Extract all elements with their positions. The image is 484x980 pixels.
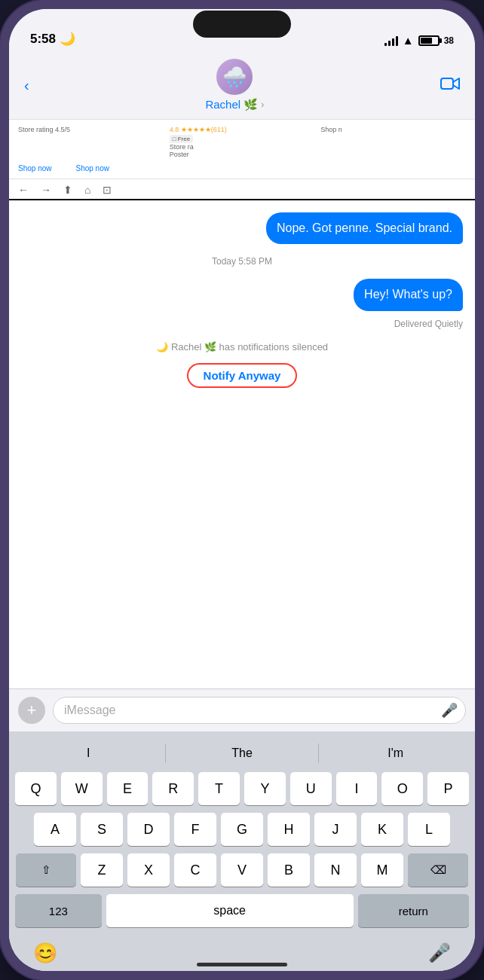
- key-w[interactable]: W: [61, 772, 103, 805]
- key-x[interactable]: X: [127, 853, 170, 887]
- mic-icon-input[interactable]: 🎤: [441, 702, 458, 719]
- keyboard-bottom-row: 123 space return: [12, 887, 472, 935]
- keyboard-rows: Q W E R T Y U I O P A S D F G: [12, 769, 472, 887]
- key-v[interactable]: V: [221, 853, 263, 887]
- status-icons: ▲ 38: [384, 34, 454, 47]
- key-s[interactable]: S: [81, 813, 123, 846]
- numbers-key[interactable]: 123: [15, 894, 102, 927]
- nav-forward-icon[interactable]: →: [41, 184, 51, 196]
- product-rating: 4.8 ★★★★★(611): [170, 126, 315, 133]
- timestamp-1: Today 5:58 PM: [21, 256, 463, 267]
- key-b[interactable]: B: [268, 853, 310, 887]
- key-j[interactable]: J: [314, 813, 357, 846]
- return-key[interactable]: return: [358, 894, 470, 927]
- web-card-2: 4.8 ★★★★★(611) □ Free Store ra Poster: [170, 126, 315, 158]
- notification-silenced-row: 🌙 Rachel 🌿 has notifications silenced: [21, 341, 463, 353]
- message-input-area: + iMessage 🎤: [9, 688, 475, 731]
- nav-header: ‹ 🌧️ Rachel 🌿 ›: [9, 53, 475, 120]
- key-l[interactable]: L: [408, 813, 450, 846]
- key-d[interactable]: D: [127, 813, 170, 846]
- moon-icon: 🌙: [60, 31, 75, 47]
- battery-level: 38: [444, 35, 454, 46]
- phone-frame: 5:58 🌙 ▲ 38 ‹: [0, 0, 484, 980]
- web-card-3: Shop n: [320, 126, 466, 133]
- nav-tabs-icon[interactable]: ⊡: [103, 184, 112, 196]
- emoji-button[interactable]: 😊: [33, 942, 57, 965]
- contact-emoji: 🌧️: [222, 66, 247, 89]
- messages-area: Nope. Got penne. Special brand. Today 5:…: [9, 200, 475, 688]
- key-h[interactable]: H: [268, 813, 310, 846]
- key-f[interactable]: F: [174, 813, 216, 846]
- key-t[interactable]: T: [198, 772, 240, 805]
- keyboard: I The I'm Q W E R T Y U I O P: [9, 731, 475, 971]
- shop-now-3: Shop n: [320, 126, 466, 133]
- delivered-label: Delivered Quietly: [21, 319, 463, 329]
- key-k[interactable]: K: [361, 813, 403, 846]
- key-c[interactable]: C: [174, 853, 216, 887]
- video-call-button[interactable]: [440, 76, 460, 95]
- contact-center[interactable]: 🌧️ Rachel 🌿 ›: [205, 59, 264, 111]
- key-p[interactable]: P: [427, 772, 469, 805]
- key-o[interactable]: O: [381, 772, 423, 805]
- poster-label: Poster: [170, 151, 315, 158]
- store-rating-1: Store rating 4.5/5: [18, 126, 164, 133]
- moon-icon-silenced: 🌙: [156, 341, 168, 353]
- notification-silenced-text: Rachel 🌿 has notifications silenced: [171, 341, 328, 353]
- key-a[interactable]: A: [34, 813, 76, 846]
- phone-screen: 5:58 🌙 ▲ 38 ‹: [9, 9, 475, 971]
- shop-now-link-1[interactable]: Shop now: [18, 164, 51, 172]
- shop-now-link-2[interactable]: Shop now: [75, 164, 109, 172]
- nav-share-icon[interactable]: ⬆: [63, 184, 72, 196]
- shift-key[interactable]: ⇧: [16, 853, 76, 887]
- message-field-wrapper[interactable]: iMessage 🎤: [53, 697, 466, 724]
- chevron-right-icon: ›: [261, 99, 264, 110]
- message-bubble-sent-1: Nope. Got penne. Special brand.: [266, 212, 463, 244]
- web-card-1: Store rating 4.5/5: [18, 126, 164, 133]
- predictive-item-1[interactable]: I: [12, 743, 166, 763]
- key-g[interactable]: G: [221, 813, 263, 846]
- web-preview-strip: Store rating 4.5/5 4.8 ★★★★★(611) □ Free…: [9, 120, 475, 179]
- space-key[interactable]: space: [106, 894, 354, 927]
- battery-icon: [418, 35, 440, 46]
- mic-button-footer[interactable]: 🎤: [428, 942, 451, 963]
- signal-bars: [384, 35, 398, 46]
- nav-home-icon[interactable]: ⌂: [84, 184, 90, 196]
- predictive-bar: I The I'm: [12, 737, 472, 769]
- key-z[interactable]: Z: [81, 853, 123, 887]
- key-row-3: ⇧ Z X C V B N M ⌫: [15, 853, 469, 887]
- key-q[interactable]: Q: [15, 772, 57, 805]
- dynamic-island: [193, 11, 291, 38]
- key-y[interactable]: Y: [244, 772, 286, 805]
- key-r[interactable]: R: [152, 772, 194, 805]
- contact-avatar: 🌧️: [216, 59, 253, 95]
- message-text-1: Nope. Got penne. Special brand.: [277, 221, 452, 234]
- key-row-1: Q W E R T Y U I O P: [15, 772, 469, 805]
- space-label: space: [213, 904, 246, 917]
- contact-name: Rachel 🌿: [205, 98, 258, 111]
- key-m[interactable]: M: [361, 853, 403, 887]
- signal-bar-4: [396, 36, 398, 46]
- signal-bar-1: [384, 43, 387, 46]
- predictive-item-2[interactable]: The: [166, 743, 320, 763]
- key-row-2: A S D F G H J K L: [15, 813, 469, 846]
- free-tag: □ Free: [170, 135, 194, 143]
- key-n[interactable]: N: [314, 853, 357, 887]
- back-button[interactable]: ‹: [24, 77, 29, 94]
- key-i[interactable]: I: [336, 772, 378, 805]
- nav-back-icon[interactable]: ←: [18, 184, 29, 196]
- predictive-item-3[interactable]: I'm: [319, 743, 472, 763]
- delete-key[interactable]: ⌫: [408, 853, 468, 887]
- notify-anyway-button[interactable]: Notify Anyway: [187, 363, 298, 388]
- time-display: 5:58: [30, 32, 56, 47]
- key-e[interactable]: E: [107, 772, 149, 805]
- signal-bar-2: [388, 41, 391, 46]
- svg-rect-0: [441, 78, 453, 89]
- web-preview-row: Store rating 4.5/5 4.8 ★★★★★(611) □ Free…: [18, 126, 466, 158]
- numbers-label: 123: [49, 905, 68, 917]
- plus-icon: +: [27, 701, 37, 720]
- store-rating-2: Store ra: [170, 143, 315, 151]
- return-label: return: [399, 905, 428, 917]
- key-u[interactable]: U: [290, 772, 332, 805]
- message-placeholder: iMessage: [64, 704, 115, 717]
- add-attachment-button[interactable]: +: [18, 697, 45, 724]
